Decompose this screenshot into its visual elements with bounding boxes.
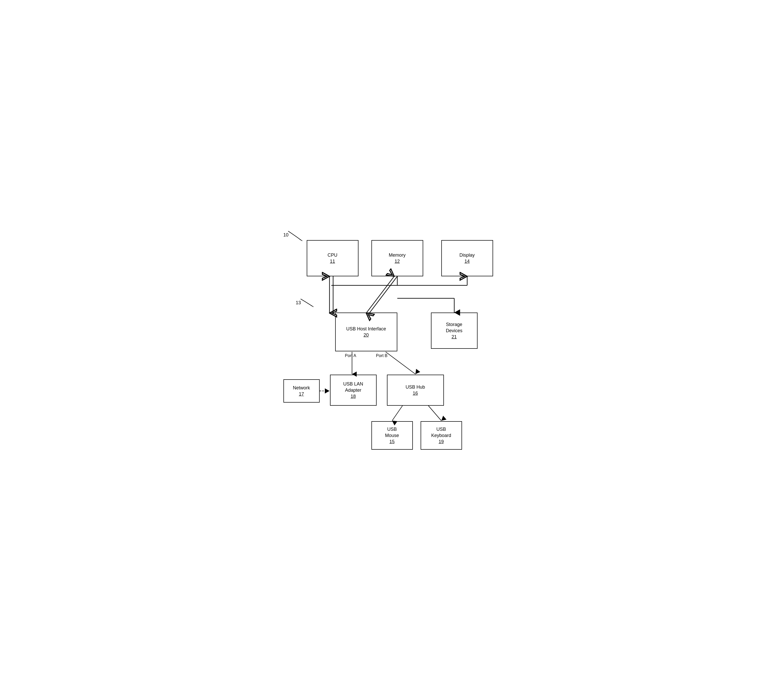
svg-line-18 [386,352,415,374]
usb-mouse-label: USB Mouse [385,426,399,438]
network-box: Network 17 [283,379,320,403]
display-number: 14 [464,259,469,264]
usb-hub-label: USB Hub [406,384,425,390]
usb-host-number: 20 [363,333,369,338]
usb-hub-number: 16 [413,391,418,396]
svg-line-11 [369,276,397,313]
cpu-label: CPU [327,252,337,258]
display-box: Display 14 [441,240,493,276]
network-number: 17 [299,392,304,397]
memory-number: 12 [394,259,400,264]
usb-keyboard-number: 19 [439,439,444,445]
diagram-container: 10 13 CPU 11 Memory 12 Display 14 USB Ho… [276,230,509,452]
usb-lan-box: USB LAN Adapter 18 [330,374,377,406]
usb-keyboard-box: USB Keyboard 19 [421,421,462,450]
svg-line-21 [428,406,441,421]
svg-line-0 [300,239,302,241]
network-label: Network [293,385,310,391]
storage-number: 21 [452,334,457,340]
cpu-number: 11 [330,259,335,264]
memory-box: Memory 12 [371,240,423,276]
usb-host-box: USB Host Interface 20 [335,312,397,351]
storage-box: Storage Devices 21 [431,312,477,349]
usb-mouse-box: USB Mouse 15 [371,421,413,450]
ref-13-label: 13 [296,300,301,306]
usb-mouse-number: 15 [389,439,394,445]
display-label: Display [460,252,475,258]
usb-keyboard-label: USB Keyboard [431,426,451,438]
port-b-label: Port B [376,354,388,358]
usb-host-label: USB Host Interface [346,326,386,332]
storage-label: Storage Devices [446,322,462,334]
cpu-box: CPU 11 [307,240,358,276]
memory-label: Memory [389,252,406,258]
svg-line-1 [311,305,313,307]
ref-10-label: 10 [283,232,289,238]
svg-line-20 [392,406,402,421]
port-a-label: Port A [345,354,356,358]
usb-hub-box: USB Hub 16 [387,374,444,406]
svg-line-10 [366,276,394,313]
usb-lan-label: USB LAN Adapter [343,381,363,393]
usb-lan-number: 18 [350,394,356,399]
